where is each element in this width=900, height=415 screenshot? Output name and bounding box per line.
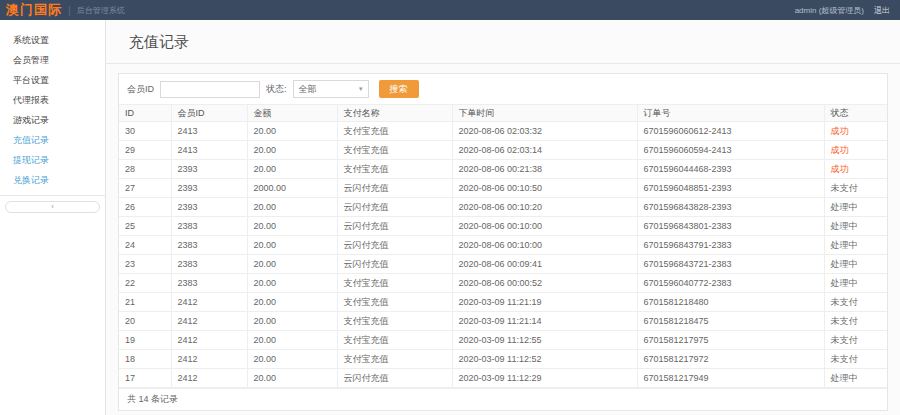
cell-member_id: 2383 bbox=[171, 236, 247, 255]
sidebar: 系统设置会员管理平台设置代理报表游戏记录充值记录提现记录兑换记录 ‹ bbox=[0, 20, 106, 415]
table-row: 19241220.00支付宝充值2020-03-09 11:12:5567015… bbox=[119, 331, 887, 350]
cell-id: 20 bbox=[119, 312, 171, 331]
cell-amount: 20.00 bbox=[247, 350, 337, 369]
table-row: 26239320.00云闪付充值2020-08-06 00:10:2067015… bbox=[119, 198, 887, 217]
app-subtitle: 后台管理系统 bbox=[77, 5, 125, 16]
cell-order_no: 6701581218475 bbox=[637, 312, 824, 331]
chevron-left-icon: ‹ bbox=[51, 202, 54, 211]
cell-order_no: 6701596843791-2383 bbox=[637, 236, 824, 255]
column-header-member_id: 会员ID bbox=[171, 105, 247, 122]
cell-status: 未支付 bbox=[824, 293, 887, 312]
cell-id: 17 bbox=[119, 369, 171, 388]
cell-status: 处理中 bbox=[824, 217, 887, 236]
table-row: 29241320.00支付宝充值2020-08-06 02:03:1467015… bbox=[119, 141, 887, 160]
page-layout: 系统设置会员管理平台设置代理报表游戏记录充值记录提现记录兑换记录 ‹ 充值记录 … bbox=[0, 20, 900, 415]
cell-order_no: 6701596843801-2383 bbox=[637, 217, 824, 236]
cell-amount: 20.00 bbox=[247, 122, 337, 141]
member-id-label: 会员ID bbox=[127, 83, 154, 96]
cell-member_id: 2412 bbox=[171, 331, 247, 350]
records-table: ID会员ID金额支付名称下单时间订单号状态 30241320.00支付宝充值20… bbox=[119, 104, 887, 388]
cell-id: 22 bbox=[119, 274, 171, 293]
cell-member_id: 2393 bbox=[171, 179, 247, 198]
table-head: ID会员ID金额支付名称下单时间订单号状态 bbox=[119, 105, 887, 122]
cell-member_id: 2393 bbox=[171, 160, 247, 179]
page-title: 充值记录 bbox=[106, 20, 900, 64]
sidebar-item[interactable]: 平台设置 bbox=[0, 70, 105, 90]
table-row: 21241220.00支付宝充值2020-03-09 11:21:1967015… bbox=[119, 293, 887, 312]
cell-id: 19 bbox=[119, 331, 171, 350]
cell-amount: 20.00 bbox=[247, 160, 337, 179]
cell-amount: 20.00 bbox=[247, 141, 337, 160]
cell-pay_name: 云闪付充值 bbox=[337, 236, 452, 255]
table-header-row: ID会员ID金额支付名称下单时间订单号状态 bbox=[119, 105, 887, 122]
cell-amount: 2000.00 bbox=[247, 179, 337, 198]
sidebar-item[interactable]: 游戏记录 bbox=[0, 110, 105, 130]
cell-pay_name: 支付宝充值 bbox=[337, 160, 452, 179]
cell-order_no: 6701596048851-2393 bbox=[637, 179, 824, 198]
cell-id: 21 bbox=[119, 293, 171, 312]
column-header-pay_name: 支付名称 bbox=[337, 105, 452, 122]
table-row: 28239320.00支付宝充值2020-08-06 00:21:3867015… bbox=[119, 160, 887, 179]
cell-status: 处理中 bbox=[824, 236, 887, 255]
cell-order_time: 2020-08-06 02:03:14 bbox=[452, 141, 637, 160]
table-row: 23238320.00云闪付充值2020-08-06 00:09:4167015… bbox=[119, 255, 887, 274]
status-select[interactable]: 全部 ▾ bbox=[293, 80, 369, 98]
cell-order_time: 2020-03-09 11:21:14 bbox=[452, 312, 637, 331]
cell-pay_name: 支付宝充值 bbox=[337, 312, 452, 331]
sidebar-item[interactable]: 兑换记录 bbox=[0, 170, 105, 190]
status-select-value: 全部 bbox=[299, 83, 317, 96]
cell-pay_name: 支付宝充值 bbox=[337, 331, 452, 350]
sidebar-divider bbox=[0, 195, 105, 196]
cell-id: 28 bbox=[119, 160, 171, 179]
member-id-input[interactable] bbox=[160, 81, 260, 98]
cell-member_id: 2412 bbox=[171, 369, 247, 388]
sidebar-item[interactable]: 充值记录 bbox=[0, 130, 105, 150]
cell-amount: 20.00 bbox=[247, 217, 337, 236]
cell-order_time: 2020-03-09 11:12:29 bbox=[452, 369, 637, 388]
sidebar-collapse-button[interactable]: ‹ bbox=[5, 201, 100, 213]
sidebar-item[interactable]: 会员管理 bbox=[0, 50, 105, 70]
cell-id: 23 bbox=[119, 255, 171, 274]
cell-id: 18 bbox=[119, 350, 171, 369]
cell-id: 26 bbox=[119, 198, 171, 217]
cell-pay_name: 云闪付充值 bbox=[337, 369, 452, 388]
cell-member_id: 2383 bbox=[171, 217, 247, 236]
top-header-bar: 澳门国际 | 后台管理系统 admin (超级管理员) 退出 bbox=[0, 0, 900, 20]
sidebar-item[interactable]: 系统设置 bbox=[0, 30, 105, 50]
records-card: 会员ID 状态: 全部 ▾ 搜索 ID会员ID金额支付名称下单时间订单号状态 3… bbox=[118, 73, 888, 411]
cell-status: 处理中 bbox=[824, 274, 887, 293]
cell-status: 未支付 bbox=[824, 331, 887, 350]
search-button[interactable]: 搜索 bbox=[379, 80, 419, 98]
cell-pay_name: 支付宝充值 bbox=[337, 141, 452, 160]
record-count: 共 14 条记录 bbox=[119, 388, 887, 410]
cell-amount: 20.00 bbox=[247, 198, 337, 217]
sidebar-item[interactable]: 代理报表 bbox=[0, 90, 105, 110]
cell-order_time: 2020-03-09 11:12:55 bbox=[452, 331, 637, 350]
cell-amount: 20.00 bbox=[247, 293, 337, 312]
cell-status: 未支付 bbox=[824, 312, 887, 331]
cell-status: 未支付 bbox=[824, 350, 887, 369]
column-header-status: 状态 bbox=[824, 105, 887, 122]
cell-order_time: 2020-08-06 02:03:32 bbox=[452, 122, 637, 141]
cell-status: 处理中 bbox=[824, 369, 887, 388]
cell-member_id: 2413 bbox=[171, 141, 247, 160]
cell-order_no: 6701581217972 bbox=[637, 350, 824, 369]
cell-member_id: 2412 bbox=[171, 312, 247, 331]
cell-order_time: 2020-08-06 00:10:50 bbox=[452, 179, 637, 198]
table-body: 30241320.00支付宝充值2020-08-06 02:03:3267015… bbox=[119, 122, 887, 388]
cell-amount: 20.00 bbox=[247, 236, 337, 255]
column-header-id: ID bbox=[119, 105, 171, 122]
cell-order_time: 2020-08-06 00:00:52 bbox=[452, 274, 637, 293]
cell-status: 处理中 bbox=[824, 198, 887, 217]
table-row: 22238320.00支付宝充值2020-08-06 00:00:5267015… bbox=[119, 274, 887, 293]
sidebar-item[interactable]: 提现记录 bbox=[0, 150, 105, 170]
cell-order_time: 2020-08-06 00:10:00 bbox=[452, 217, 637, 236]
cell-order_no: 6701596044468-2393 bbox=[637, 160, 824, 179]
cell-order_no: 6701596040772-2383 bbox=[637, 274, 824, 293]
cell-id: 24 bbox=[119, 236, 171, 255]
logout-link[interactable]: 退出 bbox=[874, 5, 890, 16]
column-header-amount: 金额 bbox=[247, 105, 337, 122]
main-content: 充值记录 会员ID 状态: 全部 ▾ 搜索 ID会员ID金额支付名称下单时间订单… bbox=[106, 20, 900, 415]
table-row: 24238320.00云闪付充值2020-08-06 00:10:0067015… bbox=[119, 236, 887, 255]
table-row: 2723932000.00云闪付充值2020-08-06 00:10:50670… bbox=[119, 179, 887, 198]
